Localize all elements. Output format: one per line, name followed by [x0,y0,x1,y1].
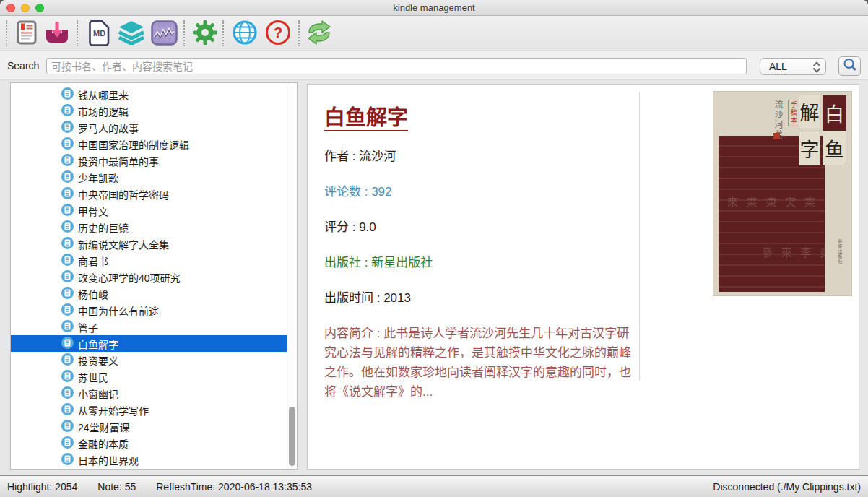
list-item-label: 钱从哪里来 [78,87,129,102]
list-item[interactable]: 商君书 [11,252,297,269]
search-submit-button[interactable] [838,56,861,76]
book-note-icon [61,287,74,301]
list-item[interactable]: 小窗幽记 [11,385,297,402]
status-bar: Hightlight: 2054 Note: 55 RefleshTime: 2… [0,475,868,497]
list-item[interactable]: 管子 [11,319,297,335]
list-item[interactable]: 投资中最简单的事 [11,152,297,169]
markdown-export-button[interactable]: MD [84,19,113,48]
list-scrollbar-thumb[interactable] [289,407,295,466]
list-item[interactable]: 中央帝国的哲学密码 [11,186,297,202]
toolbar: MD [0,16,868,51]
book-note-icon [61,121,74,135]
refresh-button[interactable] [305,19,334,48]
list-item[interactable]: 历史的巨镜 [11,219,297,235]
toolbar-divider [298,20,300,46]
globe-icon [232,20,258,48]
list-item-label: 投资要义 [78,353,118,368]
sync-refresh-icon [305,20,333,47]
dropdown-chevrons-icon [812,61,822,76]
statistics-button[interactable] [149,19,178,48]
close-window-button[interactable] [6,4,15,12]
list-item-label: 日本的世界观 [78,453,139,467]
list-item-label: 中国国家治理的制度逻辑 [78,137,189,152]
book-note-icon [61,170,74,185]
book-note-icon [61,154,74,168]
book-note-icon [61,104,74,118]
layers-button[interactable] [117,19,146,48]
book-detail-text: 白鱼解字 作者 : 流沙河评论数 : 392评分 : 9.0出版社 : 新星出版… [324,95,641,402]
book-note-icon [61,220,74,235]
import-button[interactable] [43,19,71,48]
list-item-label: 中国为什么有前途 [78,303,159,318]
cover-char-bai: 白 [823,95,846,131]
list-item[interactable]: 中国国家治理的制度逻辑 [11,136,297,152]
list-item[interactable]: 杨伯峻 [11,285,297,302]
list-item[interactable]: 24堂财富课 [11,418,297,435]
detail-row: 内容简介 : 此书是诗人学者流沙河先生几十年对古汉字研究心法与见解的精粹之作，是… [324,324,641,402]
book-note-icon [61,254,74,268]
list-item[interactable]: 投资要义 [11,352,297,368]
list-item[interactable]: 市场的逻辑 [11,103,297,119]
settings-button[interactable] [191,19,220,48]
cover-char-zi: 字 [799,131,820,165]
list-item[interactable]: 新编说文解字大全集 [11,235,297,252]
book-note-icon [61,386,74,401]
list-item[interactable]: 苏世民 [11,368,297,385]
list-item[interactable]: 金融的本质 [11,435,297,451]
list-item[interactable]: 钱从哪里来 [11,86,297,103]
list-item[interactable]: 少年凯歌 [11,169,297,186]
toolbar-divider [77,20,78,46]
book-note-icon [61,237,74,251]
filter-dropdown-value: ALL [769,61,787,72]
list-item[interactable]: 中国为什么有前途 [11,302,297,319]
list-item-label: 商君书 [78,254,108,268]
zoom-window-button[interactable] [35,4,44,12]
cover-char-jie: 解 [799,95,820,128]
book-note-icon [61,303,74,318]
book-note-icon [61,436,74,451]
cover-ghost-text: 參 來 李 炙 [762,244,833,259]
note-count: Note: 55 [97,481,136,493]
list-item-label: 中央帝国的哲学密码 [78,187,169,202]
main-content: 钱从哪里来 市场的逻辑 罗马人的故事 [0,80,868,475]
list-item-label: 白鱼解字 [78,337,118,351]
list-item-label: 杨伯峻 [78,287,108,301]
toolbar-divider [183,20,185,46]
detail-row: 评分 : 9.0 [324,217,641,237]
list-item-label: 苏世民 [78,370,108,384]
list-item-label: 投资中最简单的事 [78,154,159,168]
list-item[interactable]: 日本的世界观 [11,451,297,468]
search-bar: Search ALL [0,51,868,80]
search-input[interactable] [46,58,747,74]
book-note-icon [61,204,74,218]
cover-char-yu: 鱼 [823,131,846,165]
help-button[interactable]: ? [264,19,292,48]
book-note-icon [61,337,74,351]
list-item[interactable]: 甲骨文 [11,202,297,219]
book-list: 钱从哪里来 市场的逻辑 罗马人的故事 [11,83,297,468]
list-item-label: 少年凯歌 [78,170,118,185]
list-item[interactable]: 从零开始学写作 [11,402,297,418]
list-item[interactable]: 罗马人的故事 [11,119,297,136]
filter-dropdown[interactable]: ALL [760,58,826,75]
window-title: kindle management [393,2,474,13]
layers-icon [118,20,145,47]
notes-button[interactable] [12,19,41,48]
highlight-count: Hightlight: 2054 [7,481,77,493]
detail-row: 出版时间 : 2013 [324,288,641,308]
list-item-label: 从零开始学写作 [78,403,149,418]
book-detail-rows: 作者 : 流沙河评论数 : 392评分 : 9.0出版社 : 新星出版社出版时间… [324,147,641,402]
book-title-link[interactable]: 白鱼解字 [324,100,408,131]
status-left-group: Hightlight: 2054 Note: 55 RefleshTime: 2… [7,481,312,493]
book-note-icon [61,187,74,202]
minimize-window-button[interactable] [21,4,30,12]
web-button[interactable] [230,19,259,48]
list-item-label: 甲骨文 [78,204,108,218]
list-scrollbar-track[interactable] [287,83,297,469]
list-item[interactable]: 改变心理学的40项研究 [11,269,297,285]
markdown-file-icon: MD [87,20,111,48]
list-item-label: 改变心理学的40项研究 [78,270,181,285]
list-item[interactable]: 白鱼解字 [11,335,297,352]
book-note-icon [61,137,74,152]
svg-text:?: ? [274,25,282,40]
